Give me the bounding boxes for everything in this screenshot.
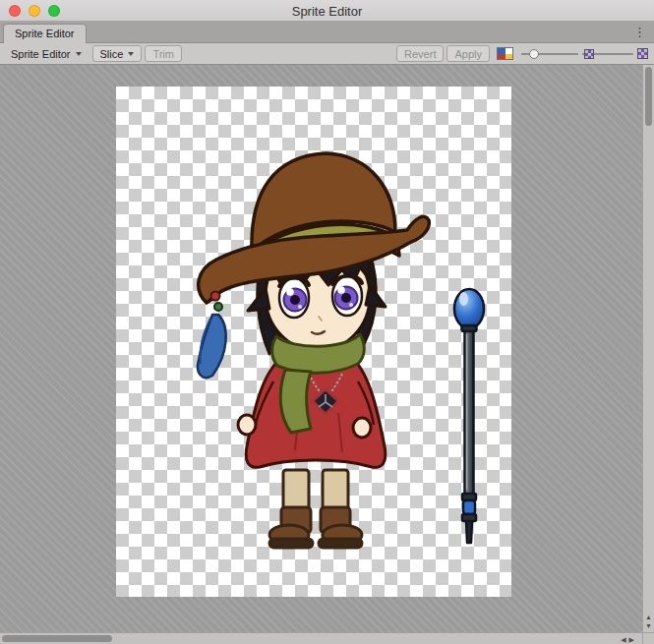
staff <box>454 289 484 543</box>
apply-button[interactable]: Apply <box>446 45 490 62</box>
scroll-right-icon[interactable]: ▶ <box>629 636 637 643</box>
tab-sprite-editor[interactable]: Sprite Editor <box>3 24 87 43</box>
texture-area[interactable] <box>116 87 511 597</box>
hat-feather <box>198 292 226 379</box>
vertical-scrollbar[interactable]: ▲ ▼ <box>642 65 654 632</box>
mip-slider-knob[interactable] <box>584 49 594 59</box>
legs <box>269 470 362 548</box>
scroll-up-icon[interactable]: ▲ <box>645 614 652 620</box>
kebab-menu-icon[interactable]: ⋮ <box>633 25 646 39</box>
dress <box>238 360 386 467</box>
revert-button[interactable]: Revert <box>396 45 444 62</box>
character-sprite <box>116 87 511 597</box>
sprite-canvas[interactable] <box>0 65 642 632</box>
sprite-editor-window: Sprite Editor Sprite Editor ⋮ Sprite Edi… <box>0 0 654 644</box>
scroll-down-icon[interactable]: ▼ <box>645 622 652 629</box>
scrollbar-corner <box>642 632 654 644</box>
horizontal-scrollbar[interactable]: ◀▶ <box>0 632 642 644</box>
vertical-scrollbar-thumb[interactable] <box>645 67 652 126</box>
zoom-slider[interactable] <box>521 48 578 60</box>
scroll-left-icon[interactable]: ◀ <box>621 636 628 643</box>
toolbar: Sprite Editor Slice Trim Revert Apply <box>0 43 654 65</box>
chevron-down-icon <box>128 52 134 56</box>
color-channel-icon[interactable] <box>497 47 513 60</box>
mip-slider[interactable] <box>582 48 633 60</box>
horizontal-scrollbar-arrows: ◀▶ <box>621 634 637 644</box>
window-title: Sprite Editor <box>0 4 654 19</box>
titlebar[interactable]: Sprite Editor <box>0 0 654 22</box>
vertical-scrollbar-arrows: ▲ ▼ <box>643 613 654 630</box>
zoom-slider-knob[interactable] <box>529 49 539 59</box>
slice-dropdown[interactable]: Slice <box>92 45 143 62</box>
horizontal-scrollbar-thumb[interactable] <box>2 635 112 642</box>
chevron-down-icon <box>76 52 82 56</box>
trim-button[interactable]: Trim <box>145 45 182 62</box>
mipmap-icon <box>637 48 648 59</box>
tab-strip: Sprite Editor ⋮ <box>0 22 654 43</box>
orb-highlight <box>459 292 468 306</box>
sprite-editor-mode-dropdown[interactable]: Sprite Editor <box>3 45 89 62</box>
